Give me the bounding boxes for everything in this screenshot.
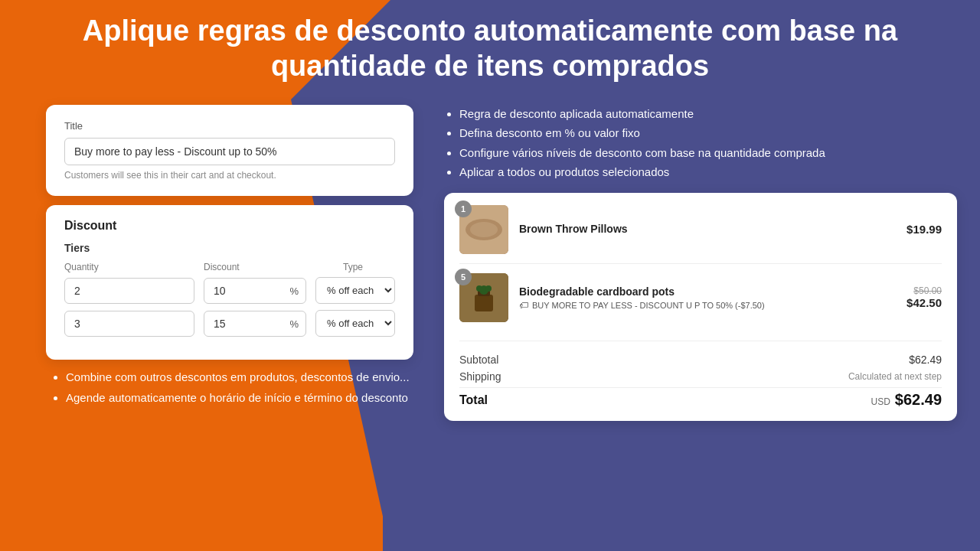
item-2-name: Biodegradable cardboard pots: [519, 285, 896, 298]
shipping-row: Shipping Calculated at next step: [459, 370, 942, 383]
right-bullet-4: Aplicar a todos ou produtos selecionados: [459, 163, 957, 181]
title-input[interactable]: [64, 138, 395, 165]
header: Aplique regras de desconto automaticamen…: [0, 0, 980, 96]
subtotal-value: $62.49: [909, 354, 942, 366]
col-discount: Discount: [204, 262, 334, 272]
item-2-prices: $50.00 $42.50: [906, 285, 942, 310]
svg-point-3: [470, 222, 498, 237]
item-2-current-price: $42.50: [906, 296, 942, 309]
bottom-bullets: Combine com outros descontos em produtos…: [46, 369, 413, 409]
total-main-value: USD $62.49: [871, 391, 942, 409]
cart-item-2: 5 Biodegradable cardboard pots 🏷 BUY MOR…: [459, 273, 942, 331]
currency-code: USD: [871, 396, 890, 407]
tier-row-2: % % off each $ off each: [64, 310, 395, 337]
shipping-value: Calculated at next step: [848, 371, 942, 382]
pct-symbol-1: %: [289, 285, 299, 296]
title-card: Title Customers will see this in their c…: [46, 105, 413, 196]
body-row: Title Customers will see this in their c…: [0, 96, 980, 551]
content-wrapper: Aplique regras de desconto automaticamen…: [0, 0, 980, 551]
svg-point-9: [485, 285, 492, 292]
tier-1-discount-wrap: %: [204, 278, 306, 304]
item-2-discount-text: BUY MORE TO PAY LESS - DISCOUNT U P TO 5…: [532, 301, 765, 310]
cart-card: 1 Brown Throw Pillows $19.99: [444, 193, 957, 421]
subtotal-label: Subtotal: [459, 354, 498, 366]
cart-item-1: 1 Brown Throw Pillows $19.99: [459, 205, 942, 264]
tier-2-quantity-input[interactable]: [64, 311, 194, 337]
title-hint: Customers will see this in their cart an…: [64, 170, 395, 181]
right-bullet-3: Configure vários níveis de desconto com …: [459, 144, 957, 161]
tiers-label: Tiers: [64, 242, 395, 254]
total-label: Total: [459, 393, 488, 407]
right-bullet-2: Defina desconto em % ou valor fixo: [459, 124, 957, 142]
discount-card: Discount Tiers Quantity Discount Type %: [46, 205, 413, 360]
svg-point-8: [476, 285, 482, 292]
svg-rect-5: [475, 295, 493, 311]
pct-symbol-2: %: [289, 318, 299, 329]
right-column: Regra de desconto aplicada automaticamen…: [429, 105, 957, 539]
item-2-details: Biodegradable cardboard pots 🏷 BUY MORE …: [519, 285, 896, 311]
bottom-bullet-2: Agende automaticamente o horário de iníc…: [66, 390, 413, 407]
item-1-price: $19.99: [906, 223, 942, 236]
col-quantity: Quantity: [64, 262, 194, 272]
right-bullet-1: Regra de desconto aplicada automaticamen…: [459, 105, 957, 122]
cart-totals: Subtotal $62.49 Shipping Calculated at n…: [459, 347, 942, 409]
item-2-original-price: $50.00: [906, 285, 942, 296]
total-amount: $62.49: [895, 391, 942, 409]
item-1-details: Brown Throw Pillows: [519, 223, 896, 237]
title-field-label: Title: [64, 120, 395, 132]
item-2-discount-tag: 🏷 BUY MORE TO PAY LESS - DISCOUNT U P TO…: [519, 300, 896, 311]
left-column: Title Customers will see this in their c…: [46, 105, 413, 539]
tier-row-1: % % off each $ off each: [64, 277, 395, 304]
bottom-bullet-1: Combine com outros descontos em produtos…: [66, 369, 413, 386]
discount-section-title: Discount: [64, 219, 395, 233]
tier-1-type-select[interactable]: % off each $ off each: [315, 277, 395, 304]
tag-icon: 🏷: [519, 300, 528, 311]
subtotal-row: Subtotal $62.49: [459, 354, 942, 366]
item-2-img-wrap: 5: [459, 273, 508, 322]
tiers-header: Quantity Discount Type: [64, 262, 395, 272]
tier-1-quantity-input[interactable]: [64, 278, 194, 304]
tier-2-type-select[interactable]: % off each $ off each: [315, 310, 395, 337]
item-1-img-wrap: 1: [459, 205, 508, 254]
tier-2-discount-wrap: %: [204, 311, 306, 337]
total-row-main: Total USD $62.49: [459, 387, 942, 409]
col-type: Type: [343, 262, 395, 272]
main-title: Aplique regras de desconto automaticamen…: [46, 14, 934, 83]
right-bullets: Regra de desconto aplicada automaticamen…: [444, 105, 957, 182]
item-1-name: Brown Throw Pillows: [519, 223, 896, 235]
main-container: Aplique regras de desconto automaticamen…: [0, 0, 980, 551]
item-1-prices: $19.99: [906, 223, 942, 236]
shipping-label: Shipping: [459, 370, 501, 383]
